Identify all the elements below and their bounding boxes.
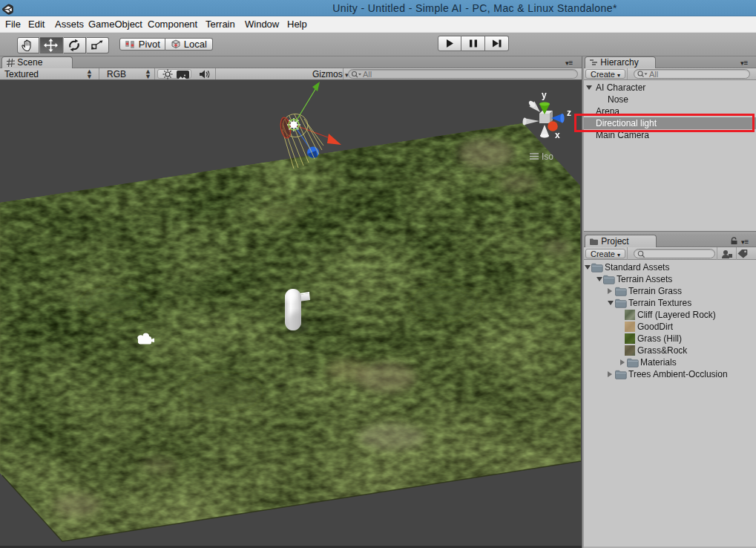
svg-text:x: x — [555, 130, 560, 140]
svg-text:z: z — [567, 108, 571, 118]
svg-text:Iso: Iso — [542, 151, 553, 162]
